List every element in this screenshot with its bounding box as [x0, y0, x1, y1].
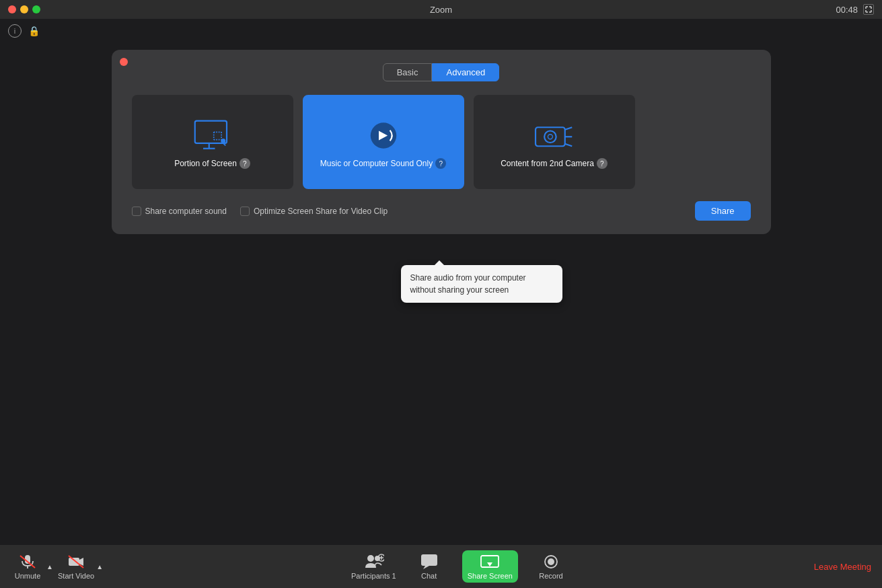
unmute-button[interactable]: Unmute [11, 553, 44, 580]
unmute-chevron[interactable]: ▲ [44, 553, 55, 580]
info-icon[interactable]: i [8, 24, 22, 38]
dialog-close-dot [120, 58, 128, 66]
monitor-icon [186, 115, 240, 155]
fullscreen-button[interactable] [863, 4, 874, 15]
card-2nd-camera[interactable]: Content from 2nd Camera ? [474, 95, 635, 189]
video-chevron[interactable]: ▲ [94, 553, 105, 580]
share-dialog: Basic Advanced [112, 50, 771, 234]
card-help-portion[interactable]: ? [240, 158, 250, 169]
sound-icon [357, 115, 410, 155]
card-label-camera2: Content from 2nd Camera ? [501, 158, 608, 169]
record-icon [540, 553, 562, 571]
share-computer-sound-checkbox[interactable]: Share computer sound [132, 207, 227, 216]
toolbar-left: Unmute ▲ Start Video ▲ [11, 553, 105, 580]
chat-icon [418, 553, 440, 571]
card-help-camera2[interactable]: ? [597, 158, 608, 169]
share-button[interactable]: Share [695, 201, 751, 221]
tab-row: Basic Advanced [125, 63, 758, 81]
svg-point-23 [367, 555, 374, 562]
toolbar-center: Participants 1 Chat Share Screen [105, 550, 813, 583]
chat-button[interactable]: Chat [412, 553, 446, 580]
dialog-bottom: Share computer sound Optimize Screen Sha… [125, 201, 758, 221]
svg-rect-28 [421, 554, 437, 566]
window-title: Zoom [430, 5, 452, 15]
tab-basic[interactable]: Basic [383, 63, 433, 81]
unmute-label: Unmute [15, 572, 41, 580]
info-icons: i 🔒 [8, 24, 40, 38]
toolbar-right: Leave Meeting [814, 562, 871, 572]
close-button[interactable] [8, 5, 16, 13]
share-screen-label: Share Screen [468, 572, 513, 580]
unmute-group: Unmute ▲ [11, 553, 55, 580]
tab-advanced[interactable]: Advanced [432, 63, 499, 81]
checkboxes: Share computer sound Optimize Screen Sha… [132, 207, 388, 216]
checkbox-box-optimize[interactable] [240, 207, 250, 216]
share-screen-button[interactable]: Share Screen [462, 550, 518, 583]
svg-marker-31 [487, 558, 492, 566]
title-bar: Zoom 00:48 [0, 0, 882, 19]
main-content: Basic Advanced [0, 43, 882, 545]
camera2-icon [527, 115, 581, 155]
timer: 00:48 [836, 5, 858, 15]
svg-line-16 [564, 143, 572, 146]
svg-point-12 [544, 131, 556, 143]
optimize-screen-share-checkbox[interactable]: Optimize Screen Share for Video Clip [240, 207, 388, 216]
record-label: Record [539, 572, 562, 580]
chat-label: Chat [421, 572, 437, 580]
card-label-music: Music or Computer Sound Only ? [320, 158, 446, 169]
svg-rect-20 [69, 558, 79, 566]
start-video-group: Start Video ▲ [58, 553, 105, 580]
participants-label: Participants 1 [351, 572, 396, 580]
start-video-label: Start Video [58, 572, 94, 580]
svg-point-33 [548, 558, 554, 565]
microphone-muted-icon [17, 553, 38, 571]
lock-icon: 🔒 [27, 24, 40, 38]
video-off-icon [65, 553, 87, 571]
card-help-music[interactable]: ? [435, 158, 446, 169]
svg-point-13 [548, 134, 552, 139]
share-screen-icon [479, 553, 501, 571]
maximize-button[interactable] [32, 5, 40, 13]
traffic-lights [8, 5, 40, 13]
leave-meeting-button[interactable]: Leave Meeting [814, 562, 871, 572]
minimize-button[interactable] [20, 5, 28, 13]
card-music-sound[interactable]: Music or Computer Sound Only ? [303, 95, 464, 189]
cards-grid: Portion of Screen ? Music or Computer So… [125, 95, 758, 189]
participants-button[interactable]: Participants 1 [351, 553, 396, 580]
participants-icon [363, 553, 384, 571]
card-label-portion: Portion of Screen ? [174, 158, 250, 169]
card-portion-of-screen[interactable]: Portion of Screen ? [132, 95, 293, 189]
checkbox-box-sound[interactable] [132, 207, 141, 216]
start-video-button[interactable]: Start Video [58, 553, 94, 580]
record-button[interactable]: Record [534, 553, 568, 580]
info-bar: i 🔒 [0, 19, 882, 43]
bottom-toolbar: Unmute ▲ Start Video ▲ [0, 545, 882, 588]
title-bar-right: 00:48 [836, 4, 874, 15]
svg-line-14 [564, 127, 572, 130]
tooltip: Share audio from your computer without s… [401, 265, 562, 303]
svg-marker-29 [423, 566, 429, 569]
